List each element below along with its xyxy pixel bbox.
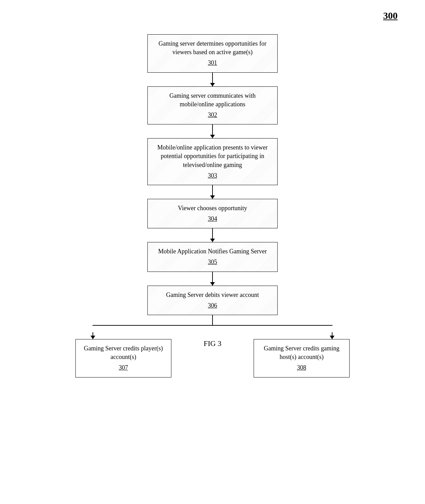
- arrow-303-304: [212, 185, 213, 199]
- box-305-step: 305: [155, 258, 270, 266]
- flow-box-303: Mobile/online application presents to vi…: [147, 138, 278, 185]
- box-304-text: Viewer chooses opportunity: [178, 205, 247, 212]
- page: 300 Gaming server determines opportuniti…: [0, 0, 425, 504]
- flow-box-305: Mobile Application Notifies Gaming Serve…: [147, 242, 278, 272]
- box-306-step: 306: [155, 301, 270, 310]
- arrow-302-303: [212, 124, 213, 138]
- flow-box-306: Gaming Server debits viewer account 306: [147, 286, 278, 315]
- box-301-text: Gaming server determines opportunities f…: [159, 40, 267, 56]
- arrow-305-306: [212, 272, 213, 286]
- box-306-text: Gaming Server debits viewer account: [166, 291, 259, 298]
- box-305-text: Mobile Application Notifies Gaming Serve…: [158, 248, 267, 255]
- branch-container: Gaming Server credits player(s) account(…: [58, 315, 367, 377]
- box-301-step: 301: [155, 59, 270, 67]
- fig-label: FIG 3: [204, 339, 221, 348]
- box-304-step: 304: [155, 215, 270, 223]
- flow-box-304: Viewer chooses opportunity 304: [147, 199, 278, 228]
- box-307-text: Gaming Server credits player(s) account(…: [84, 345, 163, 360]
- flow-box-302: Gaming server communicates with mobile/o…: [147, 86, 278, 125]
- box-302-step: 302: [155, 111, 270, 119]
- box-302-text: Gaming server communicates with mobile/o…: [169, 92, 255, 108]
- arm-left: [93, 332, 93, 339]
- bottom-boxes: Gaming Server credits player(s) account(…: [58, 339, 367, 377]
- box-303-step: 303: [155, 171, 270, 180]
- box-308-step: 308: [261, 363, 342, 372]
- box-307-step: 307: [83, 363, 164, 372]
- flowchart: Gaming server determines opportunities f…: [0, 14, 425, 377]
- branch-arms: [93, 332, 332, 339]
- box-303-text: Mobile/online application presents to vi…: [157, 144, 268, 168]
- flow-box-308: Gaming Server credits gaming host(s) acc…: [254, 339, 350, 377]
- box-308-text: Gaming Server credits gaming host(s) acc…: [264, 345, 339, 360]
- arrow-301-302: [212, 73, 213, 86]
- split-lines: [93, 315, 332, 332]
- flow-box-307: Gaming Server credits player(s) account(…: [75, 339, 171, 377]
- arrow-304-305: [212, 228, 213, 242]
- arm-right: [332, 332, 332, 339]
- flow-box-301: Gaming server determines opportunities f…: [147, 34, 278, 73]
